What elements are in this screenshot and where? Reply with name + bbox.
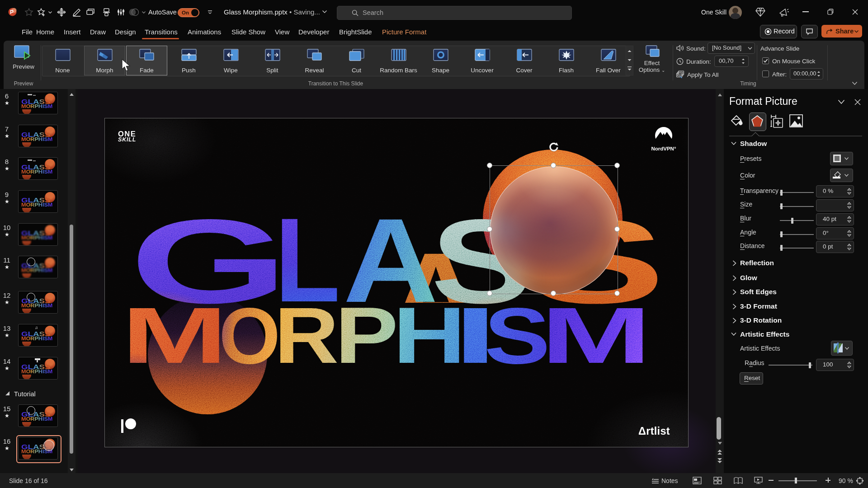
svg-text:NordVPN°: NordVPN° xyxy=(651,146,676,151)
svg-text:P: P xyxy=(10,9,14,15)
